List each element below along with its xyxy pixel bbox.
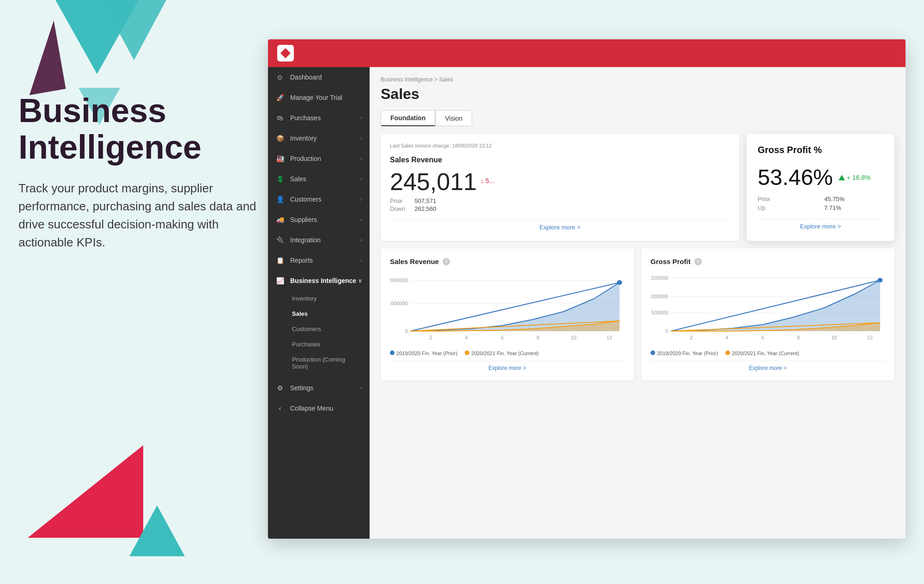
sales-revenue-explore[interactable]: Explore more > <box>390 220 730 231</box>
sidebar-label-sales: Sales <box>290 175 306 183</box>
purchases-chevron: › <box>360 115 362 121</box>
sales-down-label: Down <box>390 205 405 212</box>
gp-info-icon[interactable]: i <box>694 258 702 265</box>
sales-down-value: 262,560 <box>414 205 436 212</box>
svg-text:0: 0 <box>666 329 669 334</box>
sidebar-item-purchases[interactable]: 🛍 Purchases › <box>268 108 370 128</box>
sidebar-label-settings: Settings <box>290 384 314 392</box>
integration-chevron: › <box>360 237 362 243</box>
deco-triangle-red-bottom <box>28 445 143 538</box>
svg-text:2: 2 <box>429 335 432 340</box>
gp-up-label: Up <box>758 204 817 211</box>
sales-chart-explore[interactable]: Explore more > <box>390 361 625 371</box>
reports-chevron: › <box>360 257 362 264</box>
reports-icon: 📋 <box>275 256 285 265</box>
sidebar-label-bi: Business Intelligence <box>290 277 356 284</box>
suppliers-chevron: › <box>360 216 362 223</box>
sidebar-item-sales[interactable]: 💲 Sales › <box>268 169 370 189</box>
bi-icon: 📈 <box>275 276 285 285</box>
sidebar-item-settings[interactable]: ⚙ Settings › <box>268 378 370 398</box>
sidebar-item-dashboard[interactable]: ⊙ Dashboard <box>268 67 370 87</box>
gp-chart-svg: 1500000 1000000 500000 0 2 <box>650 271 885 345</box>
manage-trial-icon: 🚀 <box>275 93 285 102</box>
sidebar-item-suppliers[interactable]: 🚚 Suppliers › <box>268 209 370 230</box>
sidebar-sub-item-customers[interactable]: Customers <box>268 321 370 337</box>
svg-text:10: 10 <box>571 335 576 340</box>
svg-text:500000: 500000 <box>651 310 669 315</box>
gp-badge-text: + 16.8% <box>847 174 871 181</box>
sidebar-item-customers[interactable]: 👤 Customers › <box>268 189 370 209</box>
app-logo-icon <box>280 48 291 58</box>
sales-chart-legend: 2019/2020 Fin. Year (Prior) 2020/2021 Fi… <box>390 350 625 356</box>
svg-text:6: 6 <box>761 335 764 340</box>
sales-chart-svg: 2000000 1000000 0 2 4 6 <box>390 271 625 345</box>
svg-text:1000000: 1000000 <box>650 294 669 299</box>
gp-meta: Prior 45.75% Up 7.71% <box>758 196 883 211</box>
tab-vision[interactable]: Vision <box>435 110 472 126</box>
sales-meta: Prior Down 507,571 262,560 <box>390 197 730 212</box>
left-content-area: Business Intelligence Track your product… <box>18 92 268 252</box>
app-logo <box>277 45 294 61</box>
sidebar-label-suppliers: Suppliers <box>290 216 317 223</box>
settings-icon: ⚙ <box>275 383 285 393</box>
gp-value-row: 53.46% + 16.8% <box>758 165 883 190</box>
sidebar-item-collapse[interactable]: ‹ Collapse Menu <box>268 398 370 418</box>
sidebar-label-collapse: Collapse Menu <box>290 405 333 412</box>
content-area: Business Intelligence > Sales Sales Foun… <box>370 67 906 539</box>
sales-down-indicator: ↓ 5... <box>480 177 494 184</box>
svg-text:4: 4 <box>465 335 468 340</box>
gp-explore[interactable]: Explore more > <box>758 219 883 230</box>
breadcrumb: Business Intelligence > Sales <box>381 76 894 83</box>
svg-text:10: 10 <box>831 335 837 340</box>
gp-chart-explore[interactable]: Explore more > <box>650 361 885 371</box>
sidebar-item-inventory[interactable]: 📦 Inventory › <box>268 128 370 148</box>
svg-point-29 <box>877 278 882 283</box>
svg-text:1500000: 1500000 <box>650 276 669 281</box>
sales-prior-label: Prior <box>390 197 405 204</box>
sales-chart-title: Sales Revenue i <box>390 258 625 265</box>
integration-icon: 🔌 <box>275 235 285 245</box>
app-window: ⊙ Dashboard 🚀 Manage Your Trial 🛍 Purcha… <box>268 39 906 539</box>
sidebar-sub-item-purchases[interactable]: Purchases <box>268 337 370 352</box>
settings-chevron: › <box>360 385 362 391</box>
customers-icon: 👤 <box>275 195 285 204</box>
sidebar-label-production: Production <box>290 155 321 162</box>
gp-title: Gross Profit % <box>758 145 883 155</box>
inventory-chevron: › <box>360 135 362 141</box>
last-update: Last Sales Invoice change: 18/08/2020 13… <box>390 143 730 148</box>
tab-foundation[interactable]: Foundation <box>381 110 435 126</box>
sidebar-sub-item-sales[interactable]: Sales <box>268 306 370 321</box>
sidebar-item-production[interactable]: 🏭 Production › <box>268 148 370 169</box>
gp-prior-value: 45.75% <box>824 196 883 203</box>
svg-text:2000000: 2000000 <box>390 278 408 283</box>
sidebar-label-reports: Reports <box>290 257 313 264</box>
sidebar-sub-item-production[interactable]: Production (Coming Soon) <box>268 352 370 374</box>
chart-row: Sales Revenue i 2000000 1000000 0 <box>381 248 894 381</box>
dashboard-icon: ⊙ <box>275 73 285 82</box>
sidebar-label-purchases: Purchases <box>290 114 321 122</box>
svg-text:4: 4 <box>726 335 729 340</box>
gp-prior-label: Prior <box>758 196 817 203</box>
gp-value: 53.46% <box>758 165 833 190</box>
sales-info-icon[interactable]: i <box>443 258 450 265</box>
gross-profit-card: Gross Profit % 53.46% + 16.8% Prior 45.7… <box>747 134 894 241</box>
sales-revenue-card: Last Sales Invoice change: 18/08/2020 13… <box>381 134 739 241</box>
sidebar-sub-item-inventory[interactable]: Inventory <box>268 291 370 306</box>
sidebar-item-integration[interactable]: 🔌 Integration › <box>268 230 370 250</box>
sidebar-label-customers: Customers <box>290 196 322 203</box>
sales-chart-card: Sales Revenue i 2000000 1000000 0 <box>381 248 634 381</box>
svg-text:1000000: 1000000 <box>390 301 408 306</box>
sidebar-item-reports[interactable]: 📋 Reports › <box>268 250 370 270</box>
sidebar-item-bi[interactable]: 📈 Business Intelligence ∨ <box>268 270 370 291</box>
deco-triangle-teal-bottom <box>129 505 185 556</box>
sales-chevron: › <box>360 176 362 182</box>
kpi-row: Last Sales Invoice change: 18/08/2020 13… <box>381 134 894 241</box>
inventory-icon: 📦 <box>275 134 285 143</box>
purchases-icon: 🛍 <box>275 113 285 123</box>
gp-badge: + 16.8% <box>839 174 871 181</box>
sidebar-item-manage-trial[interactable]: 🚀 Manage Your Trial <box>268 87 370 108</box>
svg-text:12: 12 <box>607 335 612 340</box>
sales-revenue-label: Sales Revenue <box>390 156 730 164</box>
svg-text:8: 8 <box>536 335 539 340</box>
sub-text: Track your product margins, supplier per… <box>18 179 268 252</box>
